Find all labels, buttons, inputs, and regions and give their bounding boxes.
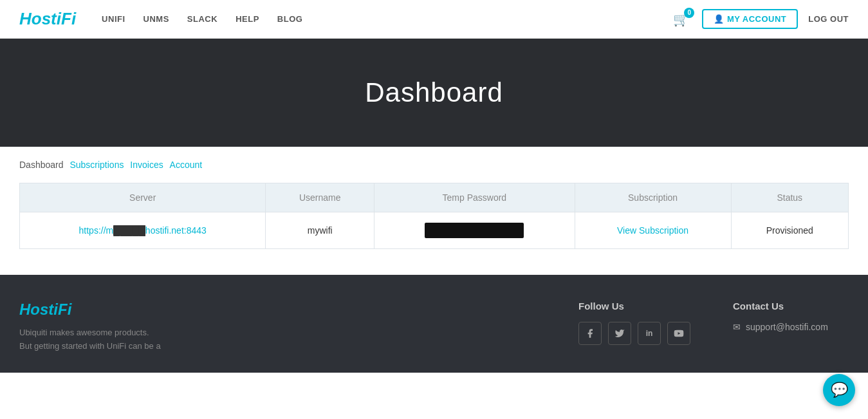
col-temp-password: Temp Password [374, 183, 575, 212]
header-actions: 👤 MY ACCOUNT LOG OUT [702, 9, 849, 29]
logo[interactable]: HostiFi [19, 9, 76, 29]
contact-us-heading: Contact Us [733, 301, 849, 312]
cell-temp-password [374, 212, 575, 249]
dashboard-table: Server Username Temp Password Subscripti… [19, 183, 849, 249]
nav-help[interactable]: HELP [235, 14, 259, 24]
twitter-icon[interactable] [608, 322, 631, 345]
col-username: Username [266, 183, 374, 212]
cell-subscription: View Subscription [575, 212, 731, 249]
breadcrumb-subscriptions[interactable]: Subscriptions [69, 160, 124, 170]
footer-brand-description: Ubiquiti makes awesome products. But get… [19, 326, 161, 353]
cell-server: https://m█████hostifi.net:8443 [20, 212, 266, 249]
facebook-icon[interactable] [578, 322, 602, 345]
col-server: Server [20, 183, 266, 212]
nav-blog[interactable]: BLOG [277, 14, 303, 24]
footer: HostiFi Ubiquiti makes awesome products.… [0, 275, 868, 373]
temp-password-redacted [425, 223, 524, 238]
logout-button[interactable]: LOG OUT [808, 14, 849, 24]
table-row: https://m█████hostifi.net:8443 mywifi Vi… [20, 212, 849, 249]
page-title: Dashboard [13, 77, 855, 108]
footer-brand: HostiFi Ubiquiti makes awesome products.… [19, 301, 540, 353]
email-icon: ✉ [733, 322, 741, 332]
view-subscription-link[interactable]: View Subscription [617, 225, 688, 236]
my-account-button[interactable]: 👤 MY ACCOUNT [702, 9, 798, 29]
follow-us-heading: Follow Us [578, 301, 694, 312]
my-account-icon: 👤 [714, 14, 727, 24]
social-icons: in [578, 322, 694, 345]
col-subscription: Subscription [575, 183, 731, 212]
breadcrumb-current: Dashboard [19, 160, 64, 170]
header: HostiFi UNIFI UNMS SLACK HELP BLOG 🛒 0 👤… [0, 0, 868, 39]
logo-text: Hosti [19, 9, 61, 28]
footer-logo-highlight: Fi [58, 301, 71, 318]
col-status: Status [731, 183, 848, 212]
nav-unifi[interactable]: UNIFI [102, 14, 125, 24]
table-header: Server Username Temp Password Subscripti… [20, 183, 849, 212]
breadcrumb-invoices[interactable]: Invoices [130, 160, 163, 170]
cell-username: mywifi [266, 212, 374, 249]
footer-logo-text: Hosti [19, 301, 58, 318]
linkedin-icon[interactable]: in [638, 322, 661, 345]
contact-email: ✉ support@hostifi.com [733, 322, 849, 332]
main-nav: UNIFI UNMS SLACK HELP BLOG [102, 14, 673, 24]
breadcrumb: Dashboard Subscriptions Invoices Account [0, 147, 868, 183]
footer-contact-us: Contact Us ✉ support@hostifi.com [733, 301, 849, 353]
cell-status: Provisioned [731, 212, 848, 249]
footer-logo: HostiFi [19, 301, 540, 319]
cart-badge: 0 [684, 8, 694, 18]
logo-highlight: Fi [61, 9, 76, 28]
table-section: Server Username Temp Password Subscripti… [0, 183, 868, 275]
nav-unms[interactable]: UNMS [143, 14, 169, 24]
email-address: support@hostifi.com [746, 322, 828, 332]
footer-follow-us: Follow Us in [578, 301, 694, 353]
server-link[interactable]: https://m█████hostifi.net:8443 [79, 225, 207, 236]
breadcrumb-account[interactable]: Account [170, 160, 203, 170]
cart-button[interactable]: 🛒 0 [673, 12, 689, 27]
hero-section: Dashboard [0, 39, 868, 147]
youtube-icon[interactable] [667, 322, 690, 345]
table-body: https://m█████hostifi.net:8443 mywifi Vi… [20, 212, 849, 249]
nav-slack[interactable]: SLACK [187, 14, 217, 24]
